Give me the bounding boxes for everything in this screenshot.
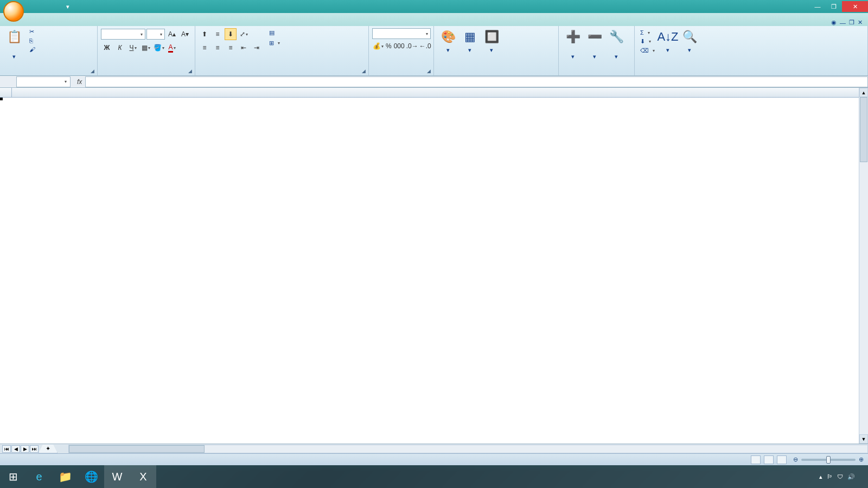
comma-format-button[interactable]: 000 (393, 40, 405, 52)
group-editing-label (638, 74, 864, 74)
align-left-button[interactable]: ≡ (199, 42, 210, 54)
taskbar-ie[interactable]: e (26, 465, 52, 488)
align-right-button[interactable]: ≡ (225, 42, 237, 54)
name-box[interactable]: ▾ (16, 76, 71, 87)
taskbar-chrome[interactable]: 🌐 (78, 465, 104, 488)
decrease-decimal-button[interactable]: ←.0 (419, 40, 431, 52)
tray-security-icon[interactable]: 🛡 (837, 473, 843, 480)
copy-button[interactable]: ⎘ (27, 36, 39, 45)
borders-button[interactable]: ▦▾ (140, 42, 152, 54)
qat-redo[interactable] (51, 2, 61, 11)
help-icon[interactable]: ◉ (831, 19, 837, 26)
align-top-button[interactable]: ⬆ (199, 28, 210, 40)
view-layout-button[interactable] (764, 455, 774, 464)
cond-format-icon: 🎨 (439, 28, 457, 46)
font-name-combo[interactable]: ▾ (101, 29, 145, 40)
sheet-nav-first[interactable]: ⏮ (2, 445, 11, 453)
new-sheet-button[interactable]: ✦ (39, 445, 58, 453)
orientation-button[interactable]: ⤢▾ (238, 28, 250, 40)
clipboard-dialog-launcher[interactable]: ◢ (88, 67, 96, 75)
taskbar-excel[interactable]: X (130, 465, 156, 488)
font-color-button[interactable]: A▾ (166, 42, 178, 54)
table-icon: ▦ (461, 28, 478, 46)
scroll-down-button[interactable]: ▼ (859, 434, 868, 444)
vscroll-thumb[interactable] (860, 97, 867, 162)
underline-button[interactable]: Ч▾ (127, 42, 139, 54)
find-select-button[interactable]: 🔍 ▾ (679, 27, 700, 65)
cell-styles-icon: 🔲 (483, 28, 500, 46)
font-dialog-launcher[interactable]: ◢ (186, 67, 194, 75)
accounting-format-button[interactable]: 💰▾ (372, 40, 384, 52)
format-cells-button[interactable]: 🔧▾ (605, 27, 627, 65)
select-all-corner[interactable] (0, 88, 12, 97)
sheet-nav-last[interactable]: ⏭ (30, 445, 39, 453)
alignment-dialog-launcher[interactable]: ◢ (360, 67, 367, 75)
zoom-in-button[interactable]: ⊕ (859, 456, 864, 463)
find-icon: 🔍 (681, 28, 698, 46)
view-pagebreak-button[interactable] (777, 455, 787, 464)
sheet-nav-next[interactable]: ▶ (21, 445, 29, 453)
start-button[interactable]: ⊞ (0, 465, 26, 488)
taskbar-explorer[interactable]: 📁 (52, 465, 78, 488)
group-cells-label (562, 74, 631, 74)
align-bottom-button[interactable]: ⬇ (225, 28, 237, 40)
cell-styles-button[interactable]: 🔲 ▾ (481, 27, 502, 65)
formula-bar[interactable] (85, 76, 868, 87)
paste-icon: 📋 (5, 28, 23, 46)
decrease-indent-button[interactable]: ⇤ (238, 42, 250, 54)
tray-flag-icon[interactable]: 🏳 (827, 473, 833, 480)
shrink-font-button[interactable]: A▾ (179, 28, 191, 40)
group-styles-label (437, 74, 555, 74)
delete-icon: ➖ (586, 28, 603, 46)
ribbon-restore-icon[interactable]: ❐ (849, 19, 854, 26)
fill-button[interactable]: ⬇ ▾ (638, 37, 657, 46)
format-as-table-button[interactable]: ▦ ▾ (459, 27, 481, 65)
view-normal-button[interactable] (751, 455, 761, 464)
tray-show-hidden-icon[interactable]: ▴ (819, 473, 822, 480)
sheet-nav-prev[interactable]: ◀ (11, 445, 20, 453)
horizontal-scrollbar[interactable] (68, 445, 868, 453)
font-size-combo[interactable]: ▾ (146, 29, 165, 40)
group-font-label (101, 74, 192, 74)
scroll-up-button[interactable]: ▲ (859, 88, 868, 97)
tray-volume-icon[interactable]: 🔊 (847, 473, 855, 480)
number-dialog-launcher[interactable]: ◢ (425, 67, 432, 75)
minimize-button[interactable]: — (809, 1, 826, 12)
ribbon-close-icon[interactable]: ✕ (858, 19, 863, 26)
taskbar-word[interactable]: W (104, 465, 130, 488)
increase-decimal-button[interactable]: .0→ (406, 40, 418, 52)
insert-cells-button[interactable]: ➕▾ (562, 27, 584, 65)
percent-format-button[interactable]: % (385, 40, 392, 52)
align-center-button[interactable]: ≡ (212, 42, 224, 54)
maximize-button[interactable]: ❐ (826, 1, 842, 12)
increase-indent-button[interactable]: ⇥ (251, 42, 263, 54)
zoom-slider[interactable] (801, 459, 856, 461)
fill-color-button[interactable]: 🪣▾ (153, 42, 165, 54)
sort-filter-button[interactable]: A↓Z ▾ (657, 27, 679, 65)
conditional-formatting-button[interactable]: 🎨 ▾ (437, 27, 459, 65)
zoom-out-button[interactable]: ⊖ (793, 456, 798, 463)
number-format-combo[interactable]: ▾ (372, 28, 431, 39)
format-painter-button[interactable]: 🖌 (27, 45, 39, 54)
close-button[interactable]: ✕ (842, 1, 868, 12)
group-alignment-label (199, 74, 365, 74)
wrap-text-button[interactable]: ▤ (267, 28, 282, 37)
cut-button[interactable]: ✂ (27, 27, 39, 36)
clear-button[interactable]: ⌫ ▾ (638, 46, 657, 55)
grow-font-button[interactable]: A▴ (166, 28, 178, 40)
bold-button[interactable]: Ж (101, 42, 113, 54)
autosum-button[interactable]: Σ ▾ (638, 28, 657, 37)
delete-cells-button[interactable]: ➖▾ (584, 27, 605, 65)
office-button[interactable] (3, 1, 24, 22)
align-middle-button[interactable]: ≡ (212, 28, 224, 40)
fx-icon[interactable]: fx (77, 78, 82, 86)
qat-customize[interactable]: ▾ (63, 2, 73, 11)
qat-undo[interactable] (39, 2, 49, 11)
qat-save[interactable] (27, 2, 37, 11)
italic-button[interactable]: К (114, 42, 126, 54)
ribbon-minimize-icon[interactable]: — (840, 20, 846, 26)
hscroll-thumb[interactable] (69, 445, 205, 453)
paste-button[interactable]: 📋 ▾ (3, 27, 25, 65)
merge-center-button[interactable]: ⊞ ▾ (267, 38, 282, 48)
sort-icon: A↓Z (659, 28, 676, 46)
